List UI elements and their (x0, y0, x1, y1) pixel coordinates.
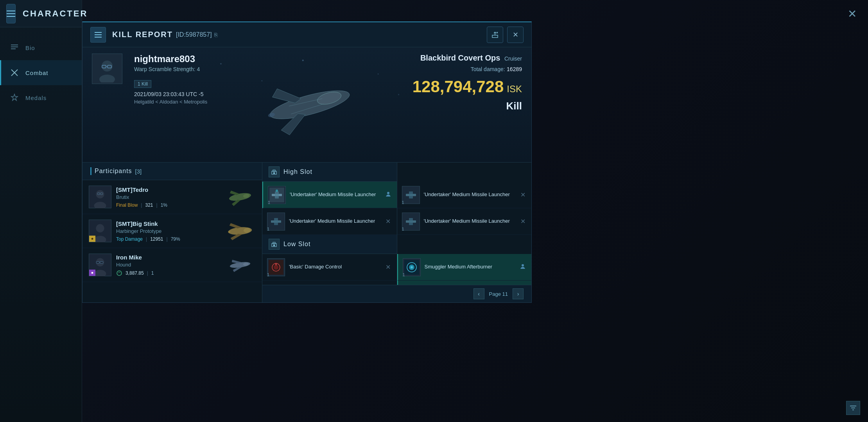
ship-image-area (207, 54, 412, 156)
slot-item-name: 'Undertaker' Medium Missile Launcher (290, 191, 380, 198)
damage-icon (116, 270, 122, 276)
modal-header-actions: ✕ (487, 27, 524, 43)
participant-name-1: [SMT]Big Stink (116, 220, 224, 227)
victim-avatar (92, 54, 122, 84)
high-slot-title: High Slot (283, 168, 312, 175)
slot-item[interactable]: 1 MK5 Medium Shield Booster ✕ (262, 281, 397, 285)
svg-point-19 (378, 73, 379, 75)
slot-item[interactable]: 1 Smuggler Medium Afterburner (397, 254, 532, 281)
close-icon[interactable]: ✕ (384, 263, 392, 271)
participants-panel: Participants [3] (82, 163, 262, 302)
medals-icon (9, 92, 20, 103)
slot-item[interactable]: 1 'Undertaker' Medium Missile Launcher ✕ (397, 208, 532, 235)
filter-button[interactable] (846, 401, 860, 415)
slots-container: High Slot 1 (262, 163, 531, 285)
svg-point-17 (262, 80, 263, 82)
sidebar-hamburger[interactable] (6, 4, 16, 23)
participant-avatar-1: ★ (89, 220, 111, 242)
copy-icon[interactable]: ⎘ (214, 32, 217, 38)
participant-ship-0: Brutix (116, 194, 224, 200)
kill-report-modal: KILL REPORT [ID:5987857] ⎘ ✕ (82, 21, 532, 303)
modal-footer: ‹ Page 11 › (262, 285, 531, 302)
svg-point-10 (102, 61, 113, 72)
stat-damage-2: 3,887.85 (126, 270, 144, 276)
slot-item[interactable]: 1 'Undertaker' Medium Missile Launcher ✕ (262, 208, 397, 235)
participant-info-1: [SMT]Big Stink Harbinger Prototype Top D… (116, 220, 224, 242)
ship-type-name: Blackbird Covert Ops (420, 54, 500, 62)
stat-label-1: Top Damage (116, 236, 143, 242)
sidebar-item-bio[interactable]: Bio (0, 35, 82, 60)
modal-body: Participants [3] (82, 163, 531, 302)
kill-label: 1 Kill (134, 80, 151, 88)
participant-ship-img-0 (224, 187, 256, 207)
svg-point-86 (411, 266, 413, 268)
participant-stats-0: Final Blow | 321 | 1% (116, 202, 224, 208)
svg-rect-73 (275, 263, 277, 265)
slot-item-qty: 1 (403, 272, 405, 277)
participant-item[interactable]: ■ Iron Mike Hound 3,887.85 | 1 (82, 248, 262, 282)
slot-item-name: Smuggler Medium Afterburner (425, 264, 515, 270)
svg-point-72 (274, 265, 278, 270)
left-slot-column: High Slot 1 (262, 163, 397, 285)
slot-item-qty: 1 (402, 227, 404, 231)
victim-info: nightmare803 Warp Scramble Strength: 4 1… (134, 54, 207, 105)
sidebar-item-combat[interactable]: Combat (0, 60, 82, 85)
svg-rect-79 (409, 191, 413, 198)
modal-hamburger[interactable] (90, 27, 106, 43)
svg-marker-7 (11, 94, 18, 100)
main-close-button[interactable]: ✕ (844, 5, 860, 22)
svg-point-62 (276, 190, 278, 192)
svg-point-38 (96, 224, 104, 232)
svg-rect-68 (273, 242, 275, 244)
close-icon[interactable]: ✕ (519, 191, 527, 198)
next-page-button[interactable]: › (513, 288, 524, 299)
participant-ship-img-2 (224, 255, 256, 275)
svg-rect-69 (273, 245, 275, 246)
participant-item[interactable]: ★ [SMT]Big Stink Harbinger Prototype Top… (82, 214, 262, 248)
slot-item[interactable]: 1 'Basic' Damage Control ✕ (262, 254, 397, 281)
slot-item-name: 'Undertaker' Medium Missile Launcher (424, 191, 515, 198)
participant-item[interactable]: [SMT]Tedro Brutix Final Blow | 321 | 1% (82, 180, 262, 214)
combat-label: Combat (25, 70, 48, 76)
svg-point-16 (220, 63, 221, 64)
kill-location: Helgatild < Aldodan < Metropolis (134, 99, 207, 105)
total-damage-label: Total damage: (471, 66, 505, 72)
slot-item[interactable]: 1 MK5 Covert Ops Cloaking Device (397, 281, 532, 285)
svg-rect-66 (274, 218, 278, 225)
modal-close-button[interactable]: ✕ (507, 27, 524, 43)
svg-rect-82 (409, 218, 413, 225)
participant-name-0: [SMT]Tedro (116, 186, 224, 193)
close-icon[interactable]: ✕ (519, 218, 527, 225)
high-slot-items: 1 'Undertaker' Medium Missile Launcher (262, 182, 397, 285)
page-label: Page 11 (489, 291, 508, 297)
kill-info-bar: nightmare803 Warp Scramble Strength: 4 1… (82, 47, 531, 163)
slot-item-icon (267, 258, 285, 276)
kill-type-label: Kill (412, 100, 522, 112)
participant-stats-2: 3,887.85 | 1 (116, 270, 224, 276)
close-icon[interactable]: ✕ (384, 218, 392, 225)
stat-pct-1: 79% (171, 236, 180, 242)
slot-item-qty: 1 (267, 227, 269, 231)
participant-avatar-0 (89, 186, 111, 208)
svg-rect-4 (11, 48, 16, 49)
participant-ship-2: Hound (116, 262, 224, 268)
prev-page-button[interactable]: ‹ (473, 288, 484, 299)
modal-header: KILL REPORT [ID:5987857] ⎘ ✕ (82, 22, 531, 47)
bio-label: Bio (25, 45, 35, 51)
low-slot-title: Low Slot (283, 241, 310, 248)
svg-point-63 (387, 192, 389, 194)
kill-datetime: 2021/09/03 23:03:43 UTC -5 (134, 91, 207, 97)
victim-warp: Warp Scramble Strength: 4 (134, 66, 207, 72)
sidebar-item-medals[interactable]: Medals (0, 85, 82, 110)
slot-item[interactable]: 1 'Undertaker' Medium Missile Launcher ✕ (397, 182, 532, 208)
bio-icon (9, 42, 20, 53)
slot-item[interactable]: 1 'Undertaker' Medium Missile Launcher (262, 182, 397, 208)
participants-header: Participants [3] (82, 163, 262, 180)
export-button[interactable] (487, 27, 503, 43)
high-slot-icon (269, 166, 280, 177)
right-slot-items: 1 'Undertaker' Medium Missile Launcher ✕ (397, 182, 532, 285)
participants-list: [SMT]Tedro Brutix Final Blow | 321 | 1% (82, 180, 262, 302)
svg-point-51 (117, 271, 122, 275)
combat-icon (9, 67, 20, 78)
participant-stats-1: Top Damage | 12951 | 79% (116, 236, 224, 242)
